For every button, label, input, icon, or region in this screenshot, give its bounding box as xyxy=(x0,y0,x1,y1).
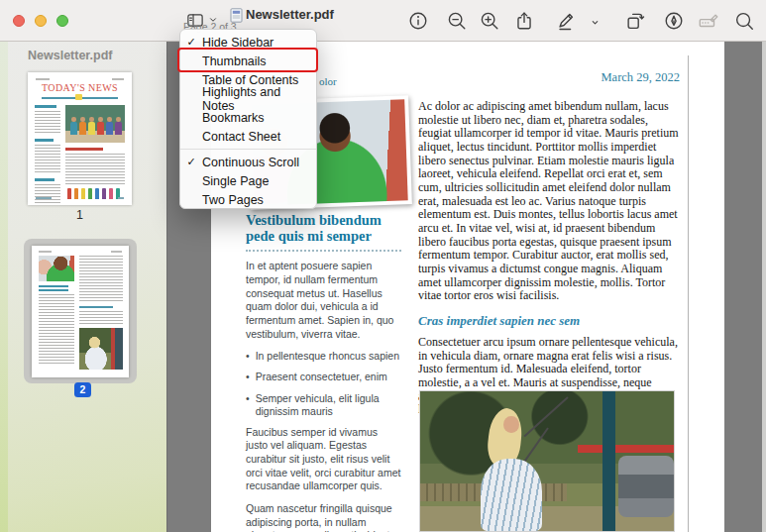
zoom-out-icon xyxy=(446,10,468,32)
menu-item-label: Continuous Scroll xyxy=(202,156,299,169)
close-button[interactable] xyxy=(13,15,25,27)
thumb1-masthead: TODAY'S NEWS xyxy=(28,82,132,93)
info-icon xyxy=(407,10,429,32)
girl-dress xyxy=(481,459,541,531)
thumb1-red-heading xyxy=(65,148,103,151)
bullet-dot: • xyxy=(246,392,250,418)
right-column-para-1: Ac dolor ac adipiscing amet bibendum nul… xyxy=(418,100,680,303)
page-right-column: Ac dolor ac adipiscing amet bibendum nul… xyxy=(418,100,680,417)
menu-item-label: Bookmarks xyxy=(202,111,265,125)
menu-item-bookmarks[interactable]: Bookmarks xyxy=(180,108,316,127)
menu-item-label: Two Pages xyxy=(202,193,264,207)
bullet-text: Semper vehicula, elit ligula dignissim m… xyxy=(256,392,401,418)
thumb2-boy-photo xyxy=(39,256,74,281)
page-1-thumbnail[interactable]: TODAY'S NEWS xyxy=(28,72,132,205)
highlight-button[interactable] xyxy=(663,10,685,32)
zoom-in-button[interactable] xyxy=(479,10,500,32)
sidebar-document-name: Newsletter.pdf xyxy=(28,49,112,62)
left-column-para-3: Quam nascetur fringilla quisque adipisci… xyxy=(246,502,401,532)
search-icon xyxy=(733,10,755,32)
zoom-out-button[interactable] xyxy=(446,10,468,32)
minimize-button[interactable] xyxy=(35,15,47,27)
page-vertical-rule xyxy=(688,55,689,532)
right-column-subhead: Cras imperdiet sapien nec sem xyxy=(418,313,680,329)
left-column-para-1: In et aptent posuere sapien tempor, id n… xyxy=(246,260,401,341)
rotate-icon xyxy=(624,10,646,32)
girl-playground-photo xyxy=(419,390,675,532)
thumb1-classroom-photo xyxy=(65,105,125,143)
menu-item-two-pages[interactable]: Two Pages xyxy=(180,190,316,209)
fill-and-sign-icon xyxy=(697,10,720,32)
page-1-label: 1 xyxy=(28,208,132,222)
chevron-down-icon xyxy=(589,17,602,28)
thumb2-girl-photo xyxy=(79,328,123,370)
sidebar-edge-tint xyxy=(0,42,8,532)
left-column-heading: Vestibulum bibendum pede quis mi semper xyxy=(246,212,401,244)
menu-item-label: Contact Sheet xyxy=(202,130,280,144)
dotted-divider xyxy=(246,250,401,252)
thumb1-left-column xyxy=(35,105,60,204)
fill-and-sign-button[interactable] xyxy=(697,10,718,32)
page-header-fragment: olor xyxy=(319,75,337,87)
menu-item-contact-sheet[interactable]: Contact Sheet xyxy=(180,127,316,146)
page-left-column: Vestibulum bibendum pede quis mi semper … xyxy=(246,212,401,532)
thumb2-header-right xyxy=(111,251,122,253)
preview-app-window: { "window": { "title": "Newsletter.pdf",… xyxy=(0,0,766,532)
bullet-text: In pellentesque rhoncus sapien xyxy=(256,350,399,363)
thumb2-subhead-line xyxy=(79,306,113,308)
markup-menu-chevron[interactable] xyxy=(589,14,610,36)
bullet-dot: • xyxy=(246,350,250,363)
thumb2-right-text xyxy=(79,256,123,303)
markup-pencil-icon xyxy=(555,10,577,32)
thumb1-crayons-illustration xyxy=(65,187,125,199)
thumb1-header-left xyxy=(36,78,50,80)
red-bar xyxy=(578,445,674,453)
page-2-selected-badge: 2 xyxy=(74,382,91,397)
menu-item-single-page[interactable]: Single Page xyxy=(180,171,316,190)
thumb1-header-right xyxy=(112,78,124,80)
highlight-pen-icon xyxy=(663,10,685,32)
thumb1-highlight-marker xyxy=(75,94,82,100)
annotation-highlight-box xyxy=(177,48,318,72)
teal-pole xyxy=(602,391,615,531)
share-icon xyxy=(513,10,535,32)
zoom-button[interactable] xyxy=(56,15,68,27)
slide-barrel xyxy=(618,456,674,517)
bullet-text: Praesent consectetuer, enim xyxy=(256,371,387,383)
girl-face xyxy=(503,416,518,433)
page-date: March 29, 2022 xyxy=(555,70,680,85)
rotate-button[interactable] xyxy=(624,10,646,32)
thumb2-left-text xyxy=(39,294,74,364)
window-right-edge xyxy=(762,42,766,532)
left-column-para-2: Faucibus semper id vivamus justo vel ali… xyxy=(246,426,401,493)
thumb1-footer-left xyxy=(36,197,52,199)
markup-button[interactable] xyxy=(555,10,577,32)
menu-item-highlights-and-notes[interactable]: Highlights and Notes xyxy=(180,89,316,108)
window-title: Newsletter.pdf xyxy=(246,7,334,22)
thumb2-header-left xyxy=(39,251,52,253)
menu-separator xyxy=(180,149,316,150)
menu-item-label: Single Page xyxy=(202,174,269,188)
bullet-item: • In pellentesque rhoncus sapien xyxy=(246,350,401,363)
info-button[interactable] xyxy=(407,10,429,32)
bullet-dot: • xyxy=(246,371,250,383)
thumb2-teal-heading xyxy=(39,285,68,287)
bullet-item: • Praesent consectetuer, enim xyxy=(246,371,401,383)
search-button[interactable] xyxy=(733,10,755,32)
thumb1-footer-right xyxy=(118,197,124,199)
title-bar: Newsletter.pdf Page 2 of 3 xyxy=(0,0,766,42)
thumb1-body-text xyxy=(65,154,125,185)
checkmark-icon: ✓ xyxy=(180,156,202,168)
bullet-item: • Semper vehicula, elit ligula dignissim… xyxy=(246,392,401,418)
page-2-thumbnail[interactable] xyxy=(32,246,129,377)
share-button[interactable] xyxy=(513,10,535,32)
menu-item-continuous-scroll[interactable]: ✓ Continuous Scroll xyxy=(180,153,316,171)
zoom-in-icon xyxy=(479,10,500,32)
thumb2-right-text-2 xyxy=(79,311,123,325)
